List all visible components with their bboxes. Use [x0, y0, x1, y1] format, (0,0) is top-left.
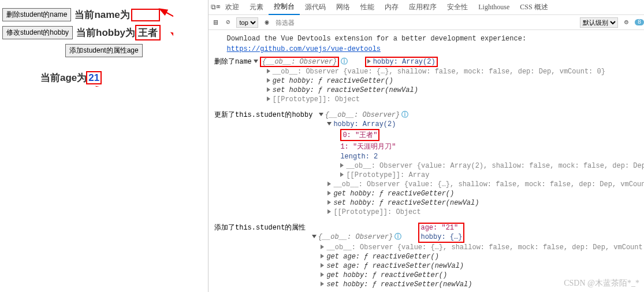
name-value-box	[131, 9, 160, 21]
tab-memory[interactable]: 内存	[379, 0, 404, 14]
log2-prefix: 更新了this.student的hobby	[214, 110, 312, 217]
age-row: 当前age为21	[37, 71, 206, 84]
delete-name-button[interactable]: 删除student的name	[2, 8, 71, 21]
tab-sources[interactable]: 源代码	[300, 0, 331, 14]
inspect-icon[interactable]: ⧉	[211, 3, 216, 12]
issues-badge[interactable]: 8	[635, 19, 644, 25]
tab-network[interactable]: 网络	[331, 0, 355, 14]
device-icon[interactable]: ⌧	[216, 3, 220, 12]
settings-icon[interactable]: ⚙	[623, 18, 630, 27]
tab-security[interactable]: 安全性	[442, 0, 473, 14]
tab-welcome[interactable]: 欢迎	[220, 0, 244, 14]
log3-prefix: 添加了this.student的属性	[214, 223, 306, 289]
log-delete-name: 删除了name {__ob__: Observer}ⓘ hobby: Array…	[214, 57, 641, 104]
tab-console[interactable]: 控制台	[269, 0, 300, 15]
eye-icon[interactable]: ◉	[263, 18, 270, 27]
age-label: 当前age为	[40, 72, 87, 83]
page-panel: 删除student的name 当前name为 修改student的hobby 当…	[0, 0, 208, 89]
tab-application[interactable]: 应用程序	[404, 0, 442, 14]
age-value-box: 21	[86, 71, 102, 84]
name-label: 当前name为	[75, 8, 129, 21]
filter-input[interactable]	[276, 17, 575, 28]
context-select[interactable]: top	[236, 17, 258, 28]
devtools-panel: ⧉ ⌧ 欢迎 元素 控制台 源代码 网络 性能 内存 应用程序 安全性 Ligh…	[208, 0, 644, 292]
console-toolbar: ▤ ⊘ top ◉ 默认级别 ⚙ 8	[209, 15, 644, 30]
add-age-button[interactable]: 添加student的属性age	[65, 44, 142, 57]
sidebar-toggle-icon[interactable]: ▤	[212, 18, 219, 27]
clear-console-icon[interactable]: ⊘	[224, 18, 232, 27]
devtools-hint: Download the Vue Devtools extension for …	[214, 34, 641, 54]
tab-elements[interactable]: 元素	[244, 0, 269, 14]
log-update-hobby: 更新了this.student的hobby {__ob__: Observer}…	[214, 110, 641, 217]
tab-lighthouse[interactable]: Lighthouse	[473, 1, 515, 14]
tab-performance[interactable]: 性能	[355, 0, 379, 14]
tab-cssoverview[interactable]: CSS 概述	[515, 0, 553, 14]
modify-hobby-button[interactable]: 修改student的hobby	[2, 26, 73, 39]
hobby-value-box: 王者	[135, 25, 161, 40]
hobby-label: 当前hobby为	[76, 26, 135, 39]
watermark: CSDN @木蓝茶陌*_*	[564, 278, 639, 289]
devtools-tabbar: ⧉ ⌧ 欢迎 元素 控制台 源代码 网络 性能 内存 应用程序 安全性 Ligh…	[209, 0, 644, 15]
level-select[interactable]: 默认级别	[580, 17, 618, 28]
devtools-link[interactable]: https://github.com/vuejs/vue-devtools	[227, 45, 381, 53]
console-body[interactable]: Download the Vue Devtools extension for …	[209, 30, 644, 292]
log1-prefix: 删除了name	[214, 57, 252, 104]
